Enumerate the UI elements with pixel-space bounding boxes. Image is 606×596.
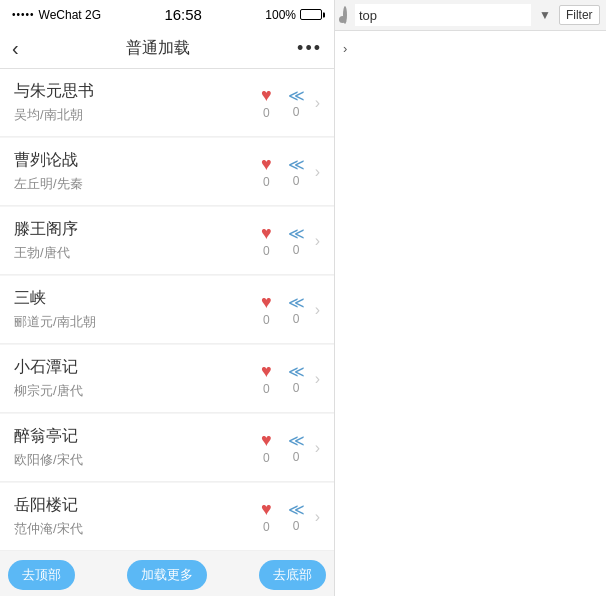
- item-icons-1: ♥ 0 ≪ 0: [261, 154, 305, 189]
- share-icon-0[interactable]: ≪: [288, 86, 305, 105]
- load-more-button[interactable]: 加载更多: [127, 560, 207, 590]
- filter-button[interactable]: Filter: [559, 5, 600, 25]
- list-item-1[interactable]: 曹刿论战 左丘明/先秦 ♥ 0 ≪ 0 ›: [0, 138, 334, 206]
- nav-title: 普通加载: [126, 38, 190, 59]
- item-icons-4: ♥ 0 ≪ 0: [261, 361, 305, 396]
- item-subtitle-3: 郦道元/南北朝: [14, 313, 261, 331]
- heart-group-5: ♥ 0: [261, 430, 272, 465]
- chevron-right-6: ›: [315, 508, 320, 526]
- heart-count-2: 0: [263, 244, 270, 258]
- item-info-5: 醉翁亭记 欧阳修/宋代: [14, 426, 261, 469]
- content-list: 与朱元思书 吴均/南北朝 ♥ 0 ≪ 0 › 曹刿论战 左丘明/先秦 ♥ 0 ≪: [0, 69, 334, 552]
- item-subtitle-0: 吴均/南北朝: [14, 106, 261, 124]
- item-icons-3: ♥ 0 ≪ 0: [261, 292, 305, 327]
- more-button[interactable]: •••: [297, 38, 322, 59]
- devtools-panel: ▼ Filter Def ›: [335, 0, 606, 596]
- share-group-3: ≪ 0: [288, 293, 305, 326]
- share-count-5: 0: [293, 450, 300, 464]
- share-count-0: 0: [293, 105, 300, 119]
- heart-icon-5[interactable]: ♥: [261, 430, 272, 451]
- share-icon-2[interactable]: ≪: [288, 224, 305, 243]
- item-title-5: 醉翁亭记: [14, 426, 261, 447]
- item-title-4: 小石潭记: [14, 357, 261, 378]
- item-icons-2: ♥ 0 ≪ 0: [261, 223, 305, 258]
- bottom-bar: 去顶部 加载更多 去底部: [0, 552, 334, 596]
- heart-icon-6[interactable]: ♥: [261, 499, 272, 520]
- chevron-right-5: ›: [315, 439, 320, 457]
- share-count-4: 0: [293, 381, 300, 395]
- heart-count-4: 0: [263, 382, 270, 396]
- item-subtitle-1: 左丘明/先秦: [14, 175, 261, 193]
- goto-bottom-button[interactable]: 去底部: [259, 560, 326, 590]
- item-subtitle-4: 柳宗元/唐代: [14, 382, 261, 400]
- chevron-right-4: ›: [315, 370, 320, 388]
- item-info-4: 小石潭记 柳宗元/唐代: [14, 357, 261, 400]
- heart-count-6: 0: [263, 520, 270, 534]
- list-item-4[interactable]: 小石潭记 柳宗元/唐代 ♥ 0 ≪ 0 ›: [0, 345, 334, 413]
- carrier-label: WeChat 2G: [39, 8, 101, 22]
- item-info-1: 曹刿论战 左丘明/先秦: [14, 150, 261, 193]
- heart-group-0: ♥ 0: [261, 85, 272, 120]
- battery-icon: [300, 9, 322, 20]
- share-icon-4[interactable]: ≪: [288, 362, 305, 381]
- list-item-5[interactable]: 醉翁亭记 欧阳修/宋代 ♥ 0 ≪ 0 ›: [0, 414, 334, 482]
- share-group-6: ≪ 0: [288, 500, 305, 533]
- list-item-3[interactable]: 三峡 郦道元/南北朝 ♥ 0 ≪ 0 ›: [0, 276, 334, 344]
- devtools-search-input[interactable]: [355, 4, 531, 26]
- share-icon-5[interactable]: ≪: [288, 431, 305, 450]
- heart-icon-1[interactable]: ♥: [261, 154, 272, 175]
- devtools-toolbar: ▼ Filter Def: [335, 0, 606, 31]
- share-count-6: 0: [293, 519, 300, 533]
- share-group-2: ≪ 0: [288, 224, 305, 257]
- devtools-dropdown[interactable]: ▼: [539, 8, 551, 22]
- item-title-2: 滕王阁序: [14, 219, 261, 240]
- list-item-2[interactable]: 滕王阁序 王勃/唐代 ♥ 0 ≪ 0 ›: [0, 207, 334, 275]
- battery-area: 100%: [265, 8, 322, 22]
- back-button[interactable]: ‹: [12, 37, 19, 60]
- no-entry-icon: [343, 6, 347, 24]
- heart-group-6: ♥ 0: [261, 499, 272, 534]
- share-group-0: ≪ 0: [288, 86, 305, 119]
- list-item-0[interactable]: 与朱元思书 吴均/南北朝 ♥ 0 ≪ 0 ›: [0, 69, 334, 137]
- item-subtitle-5: 欧阳修/宋代: [14, 451, 261, 469]
- chevron-right-1: ›: [315, 163, 320, 181]
- share-icon-3[interactable]: ≪: [288, 293, 305, 312]
- heart-count-3: 0: [263, 313, 270, 327]
- share-icon-1[interactable]: ≪: [288, 155, 305, 174]
- item-subtitle-6: 范仲淹/宋代: [14, 520, 261, 538]
- item-title-3: 三峡: [14, 288, 261, 309]
- signal-dots: •••••: [12, 9, 35, 20]
- share-group-1: ≪ 0: [288, 155, 305, 188]
- mobile-panel: ••••• WeChat 2G 16:58 100% ‹ 普通加载 ••• 与朱…: [0, 0, 335, 596]
- item-info-6: 岳阳楼记 范仲淹/宋代: [14, 495, 261, 538]
- item-icons-6: ♥ 0 ≪ 0: [261, 499, 305, 534]
- heart-group-1: ♥ 0: [261, 154, 272, 189]
- share-group-5: ≪ 0: [288, 431, 305, 464]
- chevron-right-0: ›: [315, 94, 320, 112]
- devtools-content: ›: [335, 31, 606, 596]
- item-info-2: 滕王阁序 王勃/唐代: [14, 219, 261, 262]
- item-title-0: 与朱元思书: [14, 81, 261, 102]
- share-icon-6[interactable]: ≪: [288, 500, 305, 519]
- heart-icon-2[interactable]: ♥: [261, 223, 272, 244]
- chevron-right-3: ›: [315, 301, 320, 319]
- item-icons-5: ♥ 0 ≪ 0: [261, 430, 305, 465]
- item-info-0: 与朱元思书 吴均/南北朝: [14, 81, 261, 124]
- heart-group-4: ♥ 0: [261, 361, 272, 396]
- heart-icon-0[interactable]: ♥: [261, 85, 272, 106]
- share-count-2: 0: [293, 243, 300, 257]
- goto-top-button[interactable]: 去顶部: [8, 560, 75, 590]
- share-group-4: ≪ 0: [288, 362, 305, 395]
- item-title-6: 岳阳楼记: [14, 495, 261, 516]
- item-icons-0: ♥ 0 ≪ 0: [261, 85, 305, 120]
- item-subtitle-2: 王勃/唐代: [14, 244, 261, 262]
- list-item-6[interactable]: 岳阳楼记 范仲淹/宋代 ♥ 0 ≪ 0 ›: [0, 483, 334, 551]
- item-title-1: 曹刿论战: [14, 150, 261, 171]
- heart-count-5: 0: [263, 451, 270, 465]
- share-count-3: 0: [293, 312, 300, 326]
- expand-arrow[interactable]: ›: [343, 41, 347, 56]
- heart-icon-3[interactable]: ♥: [261, 292, 272, 313]
- status-left: ••••• WeChat 2G: [12, 8, 101, 22]
- chevron-right-2: ›: [315, 232, 320, 250]
- heart-icon-4[interactable]: ♥: [261, 361, 272, 382]
